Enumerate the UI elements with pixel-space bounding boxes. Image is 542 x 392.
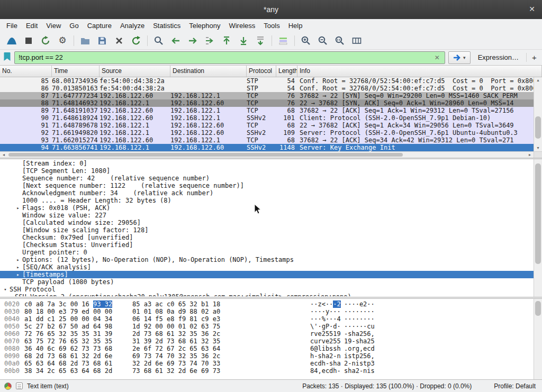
- menu-statistics[interactable]: Statistics: [149, 20, 185, 31]
- hex-bytes[interactable]: 36 40 6c 69 62 73 73 68: [24, 345, 112, 352]
- hex-bytes[interactable]: 65 63 64 68 2d 73 68 61: [24, 360, 112, 367]
- expand-arrow-icon[interactable]: [14, 226, 22, 234]
- packet-row-88[interactable]: 8871.648146932192.168.122.1192.168.122.6…: [0, 99, 534, 107]
- hex-bytes[interactable]: 5c 27 b2 67 50 ad 64 98: [24, 323, 112, 330]
- menu-tools[interactable]: Tools: [259, 20, 284, 31]
- expand-arrow-icon[interactable]: [14, 182, 22, 189]
- hex-row[interactable]: 008036 40 6c 69 62 73 73 682e 6f 72 67 2…: [0, 345, 534, 352]
- display-filter-field[interactable]: ✕: [14, 51, 445, 64]
- expression-button[interactable]: Expression…: [474, 53, 523, 61]
- ascii-bytes[interactable]: ecdh-sha: [310, 360, 341, 367]
- column-header-source[interactable]: Source: [100, 66, 170, 77]
- expand-arrow-icon[interactable]: [14, 219, 22, 226]
- horizontal-scroll-thumb[interactable]: [8, 153, 403, 157]
- hex-bytes[interactable]: 2e 6f 72 67 2c 65 63 64: [132, 345, 220, 352]
- column-header-protocol[interactable]: Protocol: [247, 66, 276, 77]
- hex-row[interactable]: 003080 18 00 e3 79 ed 00 0001 01 08 0a d…: [0, 308, 534, 315]
- add-filter-button[interactable]: +: [526, 53, 538, 62]
- hex-bytes[interactable]: 69 73 74 70 32 35 36 2c: [132, 352, 220, 360]
- ascii-selected[interactable]: ·2: [333, 300, 340, 308]
- expand-arrow-icon[interactable]: [14, 197, 22, 204]
- menu-edit[interactable]: Edit: [22, 20, 42, 31]
- menu-file[interactable]: File: [2, 20, 22, 31]
- detail-line[interactable]: [Window size scaling factor: 128]: [0, 226, 534, 234]
- titlebar[interactable]: *any ✕: [0, 0, 542, 19]
- menu-analyze[interactable]: Analyze: [116, 20, 149, 31]
- ascii-bytes[interactable]: 2-nistp3: [344, 360, 375, 367]
- menu-go[interactable]: Go: [65, 20, 83, 31]
- find-packet-icon[interactable]: [150, 33, 167, 48]
- expand-arrow-icon[interactable]: ▸: [14, 204, 22, 212]
- expand-arrow-icon[interactable]: [14, 175, 22, 182]
- menu-help[interactable]: Help: [284, 20, 307, 31]
- resize-columns-icon[interactable]: [348, 33, 365, 48]
- hex-row[interactable]: 009068 2d 73 68 61 32 2d 6e69 73 74 70 3…: [0, 352, 534, 360]
- details-vertical-scrollbar[interactable]: [534, 159, 542, 297]
- hex-bytes[interactable]: 85 a3 ac c0 65 32 b1 18: [132, 300, 220, 308]
- hex-row[interactable]: 0020c0 a8 7a 3c 00 16 93 3285 a3 ac c0 6…: [0, 300, 534, 308]
- stop-capture-icon[interactable]: [20, 33, 37, 48]
- zoom-in-icon[interactable]: [297, 33, 314, 48]
- detail-line-timestamps-selected[interactable]: ▸[Timestamps]: [0, 271, 534, 278]
- scroll-up-icon[interactable]: ▴: [534, 77, 542, 84]
- hex-vertical-scrollbar[interactable]: [534, 299, 542, 379]
- close-file-icon[interactable]: [111, 33, 128, 48]
- packet-row-86[interactable]: 8670.013850163fe:54:00:d4:38:2aSTP54Conf…: [0, 85, 534, 92]
- ascii-bytes[interactable]: rve25519: [310, 330, 341, 338]
- packet-row-89[interactable]: 8971.648191037192.168.122.60192.168.122.…: [0, 107, 534, 114]
- hex-bytes[interactable]: 80 18 00 e3 79 ed 00 00: [24, 308, 112, 315]
- scroll-right-icon[interactable]: ▸: [526, 152, 534, 157]
- expand-arrow-icon[interactable]: [14, 189, 22, 197]
- ascii-bytes[interactable]: \'·gP·d·: [310, 323, 341, 330]
- expand-arrow-icon[interactable]: [14, 212, 22, 219]
- expand-arrow-icon[interactable]: [14, 241, 22, 249]
- packet-row-85[interactable]: 8568.001734936fe:54:00:d4:38:2aSTP54Conf…: [0, 77, 534, 85]
- hex-bytes[interactable]: 01 01 08 0a d9 88 02 a0: [132, 308, 220, 315]
- packet-row-93[interactable]: 9371.662015274192.168.122.60192.168.122.…: [0, 136, 534, 144]
- detail-line[interactable]: Window size value: 227: [0, 212, 534, 219]
- ascii-bytes[interactable]: ····e2··: [344, 300, 375, 308]
- status-profile[interactable]: Profile: Default: [494, 382, 536, 390]
- display-filter-input[interactable]: [19, 53, 433, 61]
- column-header-destination[interactable]: Destination: [170, 66, 247, 77]
- close-window-icon[interactable]: ✕: [529, 5, 535, 13]
- hex-bytes[interactable]: 31 39 2d 73 68 61 32 35: [132, 338, 220, 345]
- detail-line[interactable]: 1000 .... = Header Length: 32 bytes (8): [0, 197, 534, 204]
- capture-comment-icon[interactable]: [16, 382, 23, 389]
- hex-row[interactable]: 006072 76 65 32 35 35 31 392d 73 68 61 3…: [0, 330, 534, 338]
- detail-line-ssh-protocol[interactable]: ▾SSH Protocol: [0, 286, 534, 293]
- save-file-icon[interactable]: [94, 33, 111, 48]
- detail-line[interactable]: Sequence number: 42 (relative sequence n…: [0, 175, 534, 182]
- hex-row[interactable]: 00a065 63 64 68 2d 73 68 6132 2d 6e 69 7…: [0, 360, 534, 367]
- column-header-no[interactable]: No.: [0, 66, 52, 77]
- expand-arrow-icon[interactable]: ▸: [14, 263, 22, 271]
- detail-line-payload[interactable]: TCP payload (1080 bytes): [0, 278, 534, 286]
- collapse-arrow-icon[interactable]: ▾: [1, 286, 10, 293]
- scroll-down-icon[interactable]: ▾: [534, 145, 542, 151]
- menu-telephony[interactable]: Telephony: [185, 20, 224, 31]
- detail-line[interactable]: Acknowledgment number: 34 (relative ack …: [0, 189, 534, 197]
- ascii-bytes[interactable]: ····y···: [310, 308, 341, 315]
- hex-row[interactable]: 007063 75 72 76 65 32 35 3531 39 2d 73 6…: [0, 338, 534, 345]
- restart-capture-icon[interactable]: [37, 33, 54, 48]
- ascii-bytes[interactable]: 6@libssh: [310, 345, 341, 352]
- packet-row-94-selected[interactable]: 9471.663856741192.168.122.1192.168.122.6…: [0, 144, 534, 151]
- zoom-reset-icon[interactable]: [331, 33, 348, 48]
- colorize-packets-icon[interactable]: [275, 33, 292, 48]
- ascii-bytes[interactable]: ···%···4: [310, 315, 341, 323]
- hex-bytes[interactable]: 72 76 65 32 35 35 31 39: [24, 330, 112, 338]
- hex-bytes[interactable]: 63 75 72 76 65 32 35 35: [24, 338, 112, 345]
- horizontal-scroll-track[interactable]: [7, 152, 526, 158]
- expert-info-icon[interactable]: [4, 382, 12, 390]
- zoom-out-icon[interactable]: [314, 33, 331, 48]
- ascii-bytes[interactable]: 19-sha25: [344, 338, 375, 345]
- packet-row-92[interactable]: 9271.661949820192.168.122.1192.168.122.6…: [0, 129, 534, 136]
- go-forward-icon[interactable]: [184, 33, 201, 48]
- detail-line[interactable]: [TCP Segment Len: 1080]: [0, 167, 534, 175]
- filter-bookmark-icon[interactable]: [3, 52, 11, 63]
- expand-arrow-icon[interactable]: [14, 249, 22, 256]
- expand-arrow-icon[interactable]: ▸: [14, 271, 22, 278]
- ascii-bytes[interactable]: istp256,: [344, 352, 375, 360]
- expand-arrow-icon[interactable]: [14, 278, 22, 286]
- column-header-time[interactable]: Time: [52, 66, 100, 77]
